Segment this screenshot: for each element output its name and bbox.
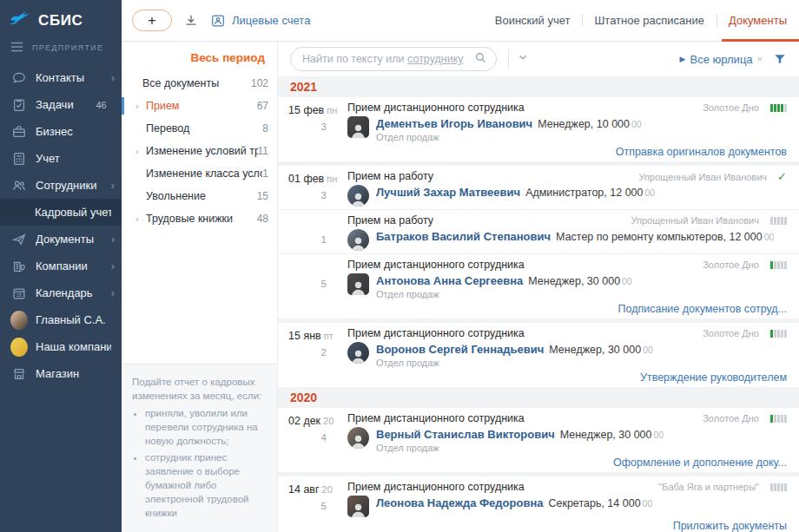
main-menu-toggle[interactable]: ПРЕДПРИЯТИЕ	[0, 38, 122, 64]
employee-name-link[interactable]: Лучший Захар Матвеевич	[376, 186, 520, 199]
download-icon[interactable]	[183, 13, 199, 29]
sidebar-item-tasks[interactable]: Задачи 46 ›	[0, 91, 122, 118]
sidebar-item-documents[interactable]: Документы ›	[0, 226, 122, 253]
employee-name-link[interactable]: Леонова Надежда Федоровна	[376, 496, 543, 509]
category-item[interactable]: › Увольнение 15	[122, 185, 277, 207]
responsible-label: Золотое Дно	[703, 102, 759, 113]
sidebar-item-companies[interactable]: Компании ›	[0, 253, 122, 279]
chevron-right-icon: ›	[111, 72, 115, 83]
category-item[interactable]: › Трудовые книжки 48	[122, 207, 277, 230]
document-list: 2021 15 февпн 3 Прием дистанционного сот…	[278, 76, 799, 532]
sidebar-item-profile[interactable]: Главный С.А. ›	[0, 306, 122, 333]
workflow-stage-link[interactable]: Подписание документов сотруд...	[618, 303, 787, 315]
document-row[interactable]: 14 авг20 5 Прием дистанционного сотрудни…	[278, 472, 799, 532]
brand[interactable]: СБИС	[0, 7, 122, 38]
personal-accounts-link[interactable]: Лицевые счета	[232, 14, 310, 27]
help-panel: Подайте отчет о кадровых изменениях за м…	[122, 364, 277, 532]
doc-group-count: 2	[288, 347, 347, 358]
sidebar-item-our-company[interactable]: Наша компания ›	[0, 333, 122, 360]
help-bullet: сотрудник принес заявление о выборе бума…	[145, 450, 267, 520]
sidebar-item-contacts[interactable]: Контакты ›	[0, 64, 122, 91]
sidebar-item-shop[interactable]: Магазин ›	[0, 360, 122, 387]
employee-name-link[interactable]: Верный Станислав Викторович	[376, 428, 555, 441]
personal-accounts-icon[interactable]	[210, 13, 226, 29]
document-row[interactable]: 02 дек20 4 Прием дистанционного сотрудни…	[278, 408, 799, 472]
responsible-label: Золотое Дно	[703, 259, 759, 270]
document-row[interactable]: 5 Прием дистанционного сотрудника Антоно…	[278, 253, 799, 319]
tab-воинский-учет[interactable]: Воинский учет	[483, 0, 583, 41]
add-document-button[interactable]: +	[132, 10, 172, 31]
category-item[interactable]: › Изменение условий труда 11	[122, 140, 277, 162]
app-window: СБИС ПРЕДПРИЯТИЕ Контакты › Задачи 46 › …	[0, 0, 799, 532]
workflow-stage-link[interactable]: Отправка оригиналов документов	[616, 146, 787, 158]
expand-triangle-icon: ▶	[680, 55, 686, 63]
department-label: Отдел продаж	[376, 132, 642, 143]
employee-avatar	[347, 116, 369, 138]
sidebar-item-accounting[interactable]: Учет ›	[0, 145, 122, 172]
document-row[interactable]: 15 янвпт 2 Прием дистанционного сотрудни…	[278, 319, 799, 387]
sidebar-item-employees[interactable]: Сотрудники ›	[0, 172, 122, 199]
search-employee-link[interactable]: сотруднику	[407, 53, 463, 65]
help-intro: Подайте отчет о кадровых изменениях за м…	[132, 375, 267, 403]
department-label: Отдел продаж	[376, 358, 653, 369]
document-row[interactable]: 1 Прием на работу Батраков Василий Степа…	[278, 209, 799, 253]
status-indicator	[769, 261, 787, 269]
employee-avatar	[347, 496, 369, 517]
search-options-chevron-icon[interactable]	[517, 51, 529, 67]
category-count: 11	[258, 145, 268, 157]
org-filter-clear-icon[interactable]: ×	[757, 54, 763, 64]
employee-avatar	[347, 427, 369, 449]
search-icon[interactable]	[474, 51, 487, 67]
employee-name-link[interactable]: Батраков Василий Степанович	[376, 230, 551, 243]
chevron-right-icon: ›	[111, 180, 115, 191]
year-section: 2020 02 дек20 4 Прием дистанционного сот…	[278, 387, 799, 532]
topbar: + Лицевые счета Воинский учет Штатное ра…	[122, 0, 799, 42]
position-salary: Менеджер, 30 000	[549, 344, 641, 356]
sidebar-item-calendar[interactable]: 25 Календарь ›	[0, 279, 122, 306]
workflow-stage-link[interactable]: Приложить документы	[673, 520, 787, 532]
svg-text:25: 25	[17, 292, 22, 298]
document-row[interactable]: 15 февпн 3 Прием дистанционного сотрудни…	[278, 97, 799, 161]
status-indicator	[769, 415, 787, 423]
category-count: 48	[257, 213, 268, 225]
filter-panel: Весь период › Все документы 102 › Прием …	[122, 42, 278, 532]
expand-arrow-icon[interactable]: ›	[135, 101, 146, 111]
tab-документы[interactable]: Документы	[716, 0, 799, 41]
status-indicator: ✓	[777, 171, 787, 182]
category-item[interactable]: › Все документы 102	[122, 72, 277, 95]
workflow-stage-link[interactable]: Утверждение руководителем	[640, 371, 787, 384]
category-item[interactable]: › Перевод 8	[122, 117, 277, 140]
search-placeholder: Найти по тексту или	[302, 53, 407, 65]
category-count: 1	[262, 167, 268, 180]
chat-icon	[10, 69, 28, 87]
tab-штатное-расписание[interactable]: Штатное расписание	[582, 0, 716, 41]
period-filter[interactable]: Весь период	[122, 42, 277, 72]
workflow-stage-link[interactable]: Оформление и дополнение доку...	[613, 456, 787, 469]
avatar-user	[10, 312, 28, 329]
employee-name-link[interactable]: Воронов Сергей Геннадьевич	[376, 343, 544, 356]
search-input[interactable]: Найти по тексту или сотруднику	[290, 47, 497, 71]
employee-name-link[interactable]: Антонова Анна Сергеевна	[376, 274, 523, 287]
employee-name-link[interactable]: Дементьев Игорь Иванович	[376, 117, 532, 130]
doc-date: 14 авг20	[288, 481, 347, 496]
expand-arrow-icon[interactable]: ›	[135, 146, 146, 156]
people-icon	[10, 177, 28, 194]
sidebar: СБИС ПРЕДПРИЯТИЕ Контакты › Задачи 46 › …	[0, 0, 122, 532]
responsible-label: Золотое Дно	[703, 413, 759, 424]
doc-date: 01 февпн	[288, 170, 347, 186]
sidebar-item-hr-records[interactable]: Кадровый учет ›	[0, 199, 122, 226]
doc-date: 15 янвпт	[288, 327, 347, 343]
filter-funnel-icon[interactable]	[773, 52, 787, 66]
category-item[interactable]: › Прием 67	[122, 95, 277, 117]
org-filter[interactable]: ▶ Все юрлица ×	[680, 53, 763, 66]
doc-group-count: 5	[288, 279, 347, 289]
department-label: Отдел продаж	[376, 289, 632, 300]
document-row[interactable]: 01 февпн 3 Прием на работу Лучший Захар …	[278, 161, 799, 209]
category-item[interactable]: › Изменение класса условий 1	[122, 162, 277, 185]
plane-icon	[10, 231, 28, 248]
category-count: 15	[257, 190, 268, 202]
expand-arrow-icon[interactable]: ›	[135, 213, 146, 224]
employee-avatar	[347, 229, 369, 251]
company-icon	[10, 258, 28, 275]
sidebar-item-business[interactable]: Бизнес ›	[0, 118, 122, 145]
